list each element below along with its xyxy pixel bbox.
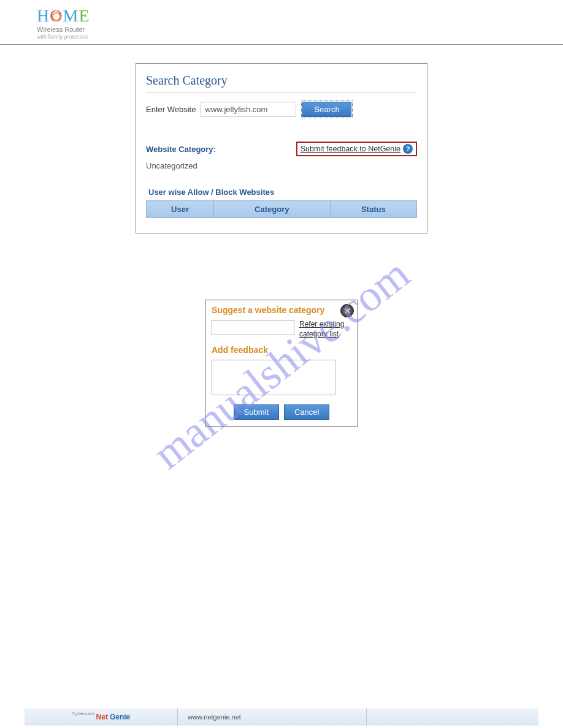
cancel-button[interactable]: Cancel: [284, 404, 329, 420]
cyberoam-label: Cyberoam: [72, 711, 94, 716]
logo-title: HOME: [37, 7, 90, 25]
col-user: User: [147, 201, 214, 218]
footer-brand-genie: Genie: [110, 713, 130, 721]
website-input[interactable]: [201, 102, 296, 117]
feedback-dialog: ✕ Suggest a website category Refer exist…: [205, 300, 358, 427]
add-feedback-title: Add feedback: [212, 345, 351, 355]
footer-separator: [366, 708, 367, 726]
search-button-focus-ring: Search: [301, 100, 352, 118]
dialog-buttons: Submit Cancel: [212, 404, 351, 420]
footer: Cyberoam NetGenie www.netgenie.net: [25, 708, 538, 726]
search-button[interactable]: Search: [302, 102, 351, 117]
panel-title: Search Category: [146, 70, 417, 93]
col-status: Status: [330, 201, 416, 218]
footer-brand-net: Net: [96, 713, 108, 721]
logo: HOME Wireless Router with family protect…: [37, 7, 90, 40]
search-row: Enter Website Search: [146, 100, 417, 118]
category-value: Uncategorized: [146, 161, 417, 170]
userwise-table: User Category Status: [146, 200, 417, 218]
refer-category-list-link[interactable]: Refer existing category list: [299, 320, 351, 339]
help-icon[interactable]: ?: [403, 144, 413, 154]
suggest-category-title: Suggest a website category: [212, 305, 351, 315]
close-icon[interactable]: ✕: [340, 304, 354, 317]
col-category: Category: [214, 201, 331, 218]
enter-website-label: Enter Website: [146, 105, 196, 114]
feedback-textarea[interactable]: [212, 360, 335, 395]
footer-logo: Cyberoam NetGenie: [25, 708, 178, 726]
page-header: HOME Wireless Router with family protect…: [0, 0, 563, 45]
search-category-panel: Search Category Enter Website Search Web…: [136, 63, 427, 233]
website-category-label: Website Category:: [146, 145, 216, 154]
logo-subtitle: Wireless Router: [37, 26, 90, 33]
submit-button[interactable]: Submit: [234, 404, 279, 420]
category-row: Website Category: Submit feedback to Net…: [146, 142, 417, 156]
feedback-highlight-box: Submit feedback to NetGenie ?: [296, 142, 417, 156]
suggest-category-input[interactable]: [212, 320, 294, 335]
logo-tagline: with family protection: [37, 34, 90, 40]
footer-url: www.netgenie.net: [178, 713, 366, 721]
userwise-title: User wise Allow / Block Websites: [146, 188, 417, 197]
suggest-row: Refer existing category list: [212, 320, 351, 339]
submit-feedback-link[interactable]: Submit feedback to NetGenie: [301, 145, 400, 153]
